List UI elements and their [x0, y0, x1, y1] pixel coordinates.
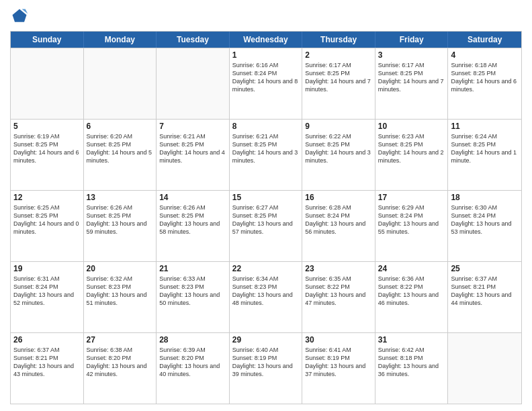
calendar-cell	[84, 48, 157, 119]
day-number: 2	[305, 50, 372, 60]
day-number: 7	[159, 122, 226, 131]
cell-info: Sunrise: 6:36 AM Sunset: 8:22 PM Dayligh…	[378, 275, 445, 308]
calendar-header: SundayMondayTuesdayWednesdayThursdayFrid…	[11, 32, 521, 48]
weekday-header: Saturday	[448, 32, 521, 48]
day-number: 9	[305, 122, 372, 131]
cell-info: Sunrise: 6:22 AM Sunset: 8:25 PM Dayligh…	[305, 132, 372, 165]
cell-info: Sunrise: 6:32 AM Sunset: 8:23 PM Dayligh…	[87, 275, 154, 308]
calendar-cell: 12Sunrise: 6:25 AM Sunset: 8:25 PM Dayli…	[11, 191, 84, 261]
calendar-cell: 27Sunrise: 6:38 AM Sunset: 8:20 PM Dayli…	[84, 333, 157, 404]
cell-info: Sunrise: 6:18 AM Sunset: 8:25 PM Dayligh…	[451, 61, 519, 94]
cell-info: Sunrise: 6:24 AM Sunset: 8:25 PM Dayligh…	[451, 132, 519, 165]
cell-info: Sunrise: 6:39 AM Sunset: 8:20 PM Dayligh…	[159, 346, 226, 379]
calendar-cell: 28Sunrise: 6:39 AM Sunset: 8:20 PM Dayli…	[157, 333, 230, 404]
calendar-row: 19Sunrise: 6:31 AM Sunset: 8:24 PM Dayli…	[11, 261, 521, 332]
logo-icon	[10, 7, 29, 26]
cell-info: Sunrise: 6:16 AM Sunset: 8:24 PM Dayligh…	[232, 61, 300, 94]
cell-info: Sunrise: 6:26 AM Sunset: 8:25 PM Dayligh…	[87, 203, 154, 236]
day-number: 15	[232, 193, 300, 202]
calendar-cell: 20Sunrise: 6:32 AM Sunset: 8:23 PM Dayli…	[84, 262, 157, 332]
cell-info: Sunrise: 6:41 AM Sunset: 8:19 PM Dayligh…	[305, 346, 372, 379]
cell-info: Sunrise: 6:27 AM Sunset: 8:25 PM Dayligh…	[232, 203, 300, 236]
day-number: 21	[159, 264, 226, 273]
calendar-cell: 3Sunrise: 6:17 AM Sunset: 8:25 PM Daylig…	[375, 48, 449, 119]
cell-info: Sunrise: 6:34 AM Sunset: 8:23 PM Dayligh…	[232, 275, 300, 308]
day-number: 10	[378, 122, 445, 131]
day-number: 28	[159, 335, 226, 345]
calendar-cell: 30Sunrise: 6:41 AM Sunset: 8:19 PM Dayli…	[302, 333, 375, 404]
calendar-cell: 17Sunrise: 6:29 AM Sunset: 8:24 PM Dayli…	[375, 191, 449, 261]
cell-info: Sunrise: 6:21 AM Sunset: 8:25 PM Dayligh…	[159, 132, 226, 165]
day-number: 18	[451, 193, 519, 202]
cell-info: Sunrise: 6:23 AM Sunset: 8:25 PM Dayligh…	[378, 132, 445, 165]
calendar-row: 5Sunrise: 6:19 AM Sunset: 8:25 PM Daylig…	[11, 119, 521, 190]
cell-info: Sunrise: 6:37 AM Sunset: 8:21 PM Dayligh…	[451, 275, 519, 308]
day-number: 29	[232, 335, 300, 345]
day-number: 3	[378, 50, 445, 60]
calendar-cell: 4Sunrise: 6:18 AM Sunset: 8:25 PM Daylig…	[448, 48, 521, 119]
cell-info: Sunrise: 6:17 AM Sunset: 8:25 PM Dayligh…	[305, 61, 372, 94]
calendar-cell: 8Sunrise: 6:21 AM Sunset: 8:25 PM Daylig…	[230, 120, 303, 190]
calendar-cell: 2Sunrise: 6:17 AM Sunset: 8:25 PM Daylig…	[302, 48, 375, 119]
calendar-cell: 25Sunrise: 6:37 AM Sunset: 8:21 PM Dayli…	[448, 262, 521, 332]
cell-info: Sunrise: 6:40 AM Sunset: 8:19 PM Dayligh…	[232, 346, 300, 379]
logo	[10, 7, 32, 26]
cell-info: Sunrise: 6:25 AM Sunset: 8:25 PM Dayligh…	[13, 203, 81, 236]
calendar-cell: 23Sunrise: 6:35 AM Sunset: 8:22 PM Dayli…	[302, 262, 375, 332]
day-number: 26	[13, 335, 81, 345]
day-number: 30	[305, 335, 372, 345]
calendar-cell	[11, 48, 84, 119]
calendar-cell: 14Sunrise: 6:26 AM Sunset: 8:25 PM Dayli…	[157, 191, 230, 261]
day-number: 8	[232, 122, 300, 131]
calendar-cell: 24Sunrise: 6:36 AM Sunset: 8:22 PM Dayli…	[375, 262, 449, 332]
day-number: 16	[305, 193, 372, 202]
weekday-header: Monday	[84, 32, 157, 48]
weekday-header: Tuesday	[157, 32, 230, 48]
calendar-cell: 26Sunrise: 6:37 AM Sunset: 8:21 PM Dayli…	[11, 333, 84, 404]
calendar-cell: 5Sunrise: 6:19 AM Sunset: 8:25 PM Daylig…	[11, 120, 84, 190]
cell-info: Sunrise: 6:20 AM Sunset: 8:25 PM Dayligh…	[87, 132, 154, 165]
day-number: 12	[13, 193, 81, 202]
day-number: 14	[159, 193, 226, 202]
day-number: 4	[451, 50, 519, 60]
cell-info: Sunrise: 6:26 AM Sunset: 8:25 PM Dayligh…	[159, 203, 226, 236]
day-number: 13	[87, 193, 154, 202]
cell-info: Sunrise: 6:19 AM Sunset: 8:25 PM Dayligh…	[13, 132, 81, 165]
cell-info: Sunrise: 6:42 AM Sunset: 8:18 PM Dayligh…	[378, 346, 445, 379]
day-number: 25	[451, 264, 519, 273]
calendar-cell: 15Sunrise: 6:27 AM Sunset: 8:25 PM Dayli…	[230, 191, 303, 261]
cell-info: Sunrise: 6:28 AM Sunset: 8:24 PM Dayligh…	[305, 203, 372, 236]
calendar-row: 26Sunrise: 6:37 AM Sunset: 8:21 PM Dayli…	[11, 332, 521, 404]
calendar-cell: 7Sunrise: 6:21 AM Sunset: 8:25 PM Daylig…	[157, 120, 230, 190]
weekday-header: Thursday	[302, 32, 375, 48]
day-number: 5	[13, 122, 81, 131]
weekday-header: Wednesday	[230, 32, 303, 48]
day-number: 17	[378, 193, 445, 202]
day-number: 24	[378, 264, 445, 273]
weekday-header: Sunday	[11, 32, 84, 48]
calendar-cell: 31Sunrise: 6:42 AM Sunset: 8:18 PM Dayli…	[375, 333, 449, 404]
day-number: 11	[451, 122, 519, 131]
calendar-body: 1Sunrise: 6:16 AM Sunset: 8:24 PM Daylig…	[11, 48, 521, 404]
calendar-cell: 16Sunrise: 6:28 AM Sunset: 8:24 PM Dayli…	[302, 191, 375, 261]
calendar-cell: 29Sunrise: 6:40 AM Sunset: 8:19 PM Dayli…	[230, 333, 303, 404]
calendar-cell: 22Sunrise: 6:34 AM Sunset: 8:23 PM Dayli…	[230, 262, 303, 332]
cell-info: Sunrise: 6:37 AM Sunset: 8:21 PM Dayligh…	[13, 346, 81, 379]
header	[10, 7, 522, 26]
calendar-cell	[157, 48, 230, 119]
calendar-cell: 1Sunrise: 6:16 AM Sunset: 8:24 PM Daylig…	[230, 48, 303, 119]
day-number: 1	[232, 50, 300, 60]
cell-info: Sunrise: 6:17 AM Sunset: 8:25 PM Dayligh…	[378, 61, 445, 94]
cell-info: Sunrise: 6:21 AM Sunset: 8:25 PM Dayligh…	[232, 132, 300, 165]
calendar-cell: 19Sunrise: 6:31 AM Sunset: 8:24 PM Dayli…	[11, 262, 84, 332]
cell-info: Sunrise: 6:33 AM Sunset: 8:23 PM Dayligh…	[159, 275, 226, 308]
calendar-row: 12Sunrise: 6:25 AM Sunset: 8:25 PM Dayli…	[11, 190, 521, 261]
day-number: 6	[87, 122, 154, 131]
calendar-cell: 10Sunrise: 6:23 AM Sunset: 8:25 PM Dayli…	[375, 120, 449, 190]
calendar-row: 1Sunrise: 6:16 AM Sunset: 8:24 PM Daylig…	[11, 48, 521, 119]
day-number: 22	[232, 264, 300, 273]
calendar-cell	[448, 333, 521, 404]
calendar-cell: 11Sunrise: 6:24 AM Sunset: 8:25 PM Dayli…	[448, 120, 521, 190]
cell-info: Sunrise: 6:29 AM Sunset: 8:24 PM Dayligh…	[378, 203, 445, 236]
calendar: SundayMondayTuesdayWednesdayThursdayFrid…	[10, 31, 522, 404]
